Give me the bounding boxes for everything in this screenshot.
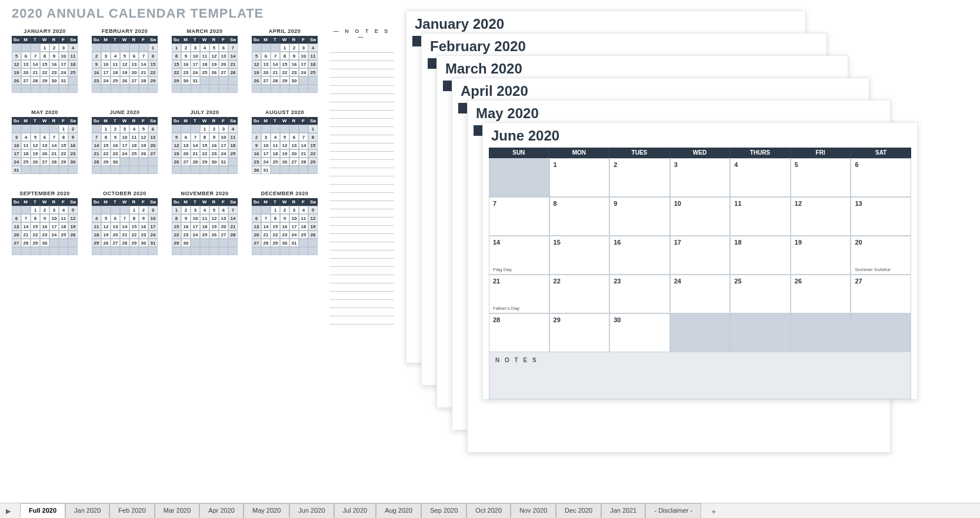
- notes-line[interactable]: [329, 94, 394, 102]
- notes-line[interactable]: [329, 193, 394, 201]
- calendar-cell[interactable]: 14Flag Day: [489, 236, 549, 275]
- notes-line[interactable]: [329, 78, 394, 86]
- notes-line[interactable]: [329, 143, 394, 152]
- mini-month-title: JUNE 2020: [92, 109, 158, 115]
- notes-line[interactable]: [329, 267, 394, 275]
- calendar-cell[interactable]: 11: [730, 197, 791, 236]
- notes-line[interactable]: [329, 201, 394, 209]
- notes-line[interactable]: [329, 292, 394, 300]
- calendar-cell[interactable]: 8: [549, 197, 610, 236]
- notes-line[interactable]: [329, 152, 394, 160]
- mini-month: OCTOBER 2020SuMTWRFSa1234567891011121314…: [92, 191, 158, 255]
- sheet-tab[interactable]: Full 2020: [20, 503, 65, 518]
- notes-line[interactable]: [329, 45, 394, 53]
- calendar-cell[interactable]: 19: [791, 236, 851, 275]
- sheet-tab[interactable]: Jul 2020: [334, 503, 376, 518]
- notes-line[interactable]: [329, 61, 394, 69]
- month-notes-box[interactable]: N O T E S: [489, 352, 911, 399]
- calendar-cell[interactable]: 18: [730, 236, 791, 275]
- calendar-cell[interactable]: 23: [609, 275, 670, 313]
- notes-line[interactable]: [329, 135, 394, 143]
- calendar-cell[interactable]: 24: [670, 275, 731, 313]
- sheet-tab[interactable]: Jan 2020: [65, 503, 109, 518]
- sheet-tab[interactable]: Oct 2020: [466, 503, 511, 518]
- sheet-tab[interactable]: Jun 2020: [289, 503, 334, 518]
- add-sheet-button[interactable]: +: [706, 505, 721, 518]
- sheet-tab[interactable]: Apr 2020: [199, 503, 244, 518]
- notes-line[interactable]: [329, 185, 394, 193]
- notes-line[interactable]: [329, 119, 394, 127]
- calendar-cell[interactable]: 20Summer Solstice: [851, 236, 911, 275]
- calendar-cell[interactable]: 28: [489, 313, 549, 352]
- calendar-cell[interactable]: 22: [549, 275, 610, 313]
- calendar-cell[interactable]: 16: [609, 236, 670, 275]
- sheet-tab[interactable]: Sep 2020: [421, 503, 466, 518]
- notes-line[interactable]: [329, 275, 394, 283]
- notes-line[interactable]: [329, 242, 394, 250]
- notes-line[interactable]: [329, 226, 394, 234]
- notes-line[interactable]: [329, 209, 394, 218]
- calendar-cell[interactable]: 30: [609, 313, 670, 352]
- notes-column: — N O T E S —: [329, 28, 394, 325]
- sheet-tab[interactable]: Feb 2020: [109, 503, 154, 518]
- calendar-cell[interactable]: [489, 158, 549, 197]
- notes-line[interactable]: [329, 259, 394, 267]
- tab-nav-arrow-icon[interactable]: ▶: [6, 507, 11, 515]
- calendar-cell[interactable]: 25: [730, 275, 791, 313]
- calendar-cell[interactable]: 12: [791, 197, 851, 236]
- calendar-cell[interactable]: 10: [670, 197, 731, 236]
- calendar-cell[interactable]: 2: [609, 158, 670, 197]
- calendar-event: Summer Solstice: [855, 267, 890, 272]
- calendar-cell[interactable]: 6: [851, 158, 911, 197]
- calendar-cell[interactable]: 5: [791, 158, 851, 197]
- month-preview-stack: January 2020SUNMONTUESWEDTHURSFRISATFebr…: [406, 11, 971, 493]
- calendar-cell[interactable]: [670, 313, 731, 352]
- sheet-tab[interactable]: Nov 2020: [511, 503, 556, 518]
- notes-line[interactable]: [329, 176, 394, 185]
- calendar-cell[interactable]: 1: [549, 158, 610, 197]
- calendar-cell[interactable]: 17: [670, 236, 731, 275]
- calendar-cell[interactable]: 26: [791, 275, 851, 313]
- notes-line[interactable]: [329, 160, 394, 168]
- mini-month: MAY 2020SuMTWRFSa12345678910111213141516…: [12, 109, 78, 174]
- notes-line[interactable]: [329, 234, 394, 242]
- calendar-cell[interactable]: 21Father's Day: [489, 275, 549, 313]
- notes-line[interactable]: [329, 86, 394, 94]
- sheet-tab[interactable]: - Disclaimer -: [645, 503, 701, 518]
- calendar-cell[interactable]: [791, 313, 851, 352]
- calendar-cell[interactable]: [730, 313, 791, 352]
- notes-line[interactable]: [329, 283, 394, 292]
- sheet-tab[interactable]: Aug 2020: [376, 503, 421, 518]
- mini-month: AUGUST 2020SuMTWRFSa12345678910111213141…: [252, 109, 318, 174]
- mini-month-title: JULY 2020: [172, 109, 238, 115]
- sheet-tab[interactable]: Dec 2020: [556, 503, 601, 518]
- mini-month-title: APRIL 2020: [252, 28, 318, 34]
- sheet-tab[interactable]: Mar 2020: [155, 503, 199, 518]
- notes-line[interactable]: [329, 218, 394, 226]
- calendar-cell[interactable]: 27: [851, 275, 911, 313]
- calendar-cell[interactable]: 9: [609, 197, 670, 236]
- mini-month-title: DECEMBER 2020: [252, 191, 318, 196]
- sheet-tab[interactable]: May 2020: [244, 503, 289, 518]
- mini-month-title: SEPTEMBER 2020: [12, 191, 78, 196]
- notes-line[interactable]: [329, 127, 394, 135]
- calendar-cell[interactable]: 29: [549, 313, 610, 352]
- mini-month: APRIL 2020SuMTWRFSa123456789101112131415…: [252, 28, 318, 93]
- notes-line[interactable]: [329, 300, 394, 308]
- calendar-cell[interactable]: 4: [730, 158, 791, 197]
- notes-line[interactable]: [329, 250, 394, 259]
- calendar-cell[interactable]: 13: [851, 197, 911, 236]
- calendar-cell[interactable]: 15: [549, 236, 610, 275]
- notes-line[interactable]: [329, 308, 394, 316]
- notes-line[interactable]: [329, 316, 394, 325]
- notes-line[interactable]: [329, 168, 394, 176]
- notes-line[interactable]: [329, 102, 394, 111]
- notes-line[interactable]: [329, 111, 394, 119]
- notes-line[interactable]: [329, 53, 394, 61]
- sheet-tab[interactable]: Jan 2021: [601, 503, 645, 518]
- calendar-cell[interactable]: 3: [670, 158, 731, 197]
- mini-month-title: MAY 2020: [12, 109, 78, 115]
- calendar-cell[interactable]: 7: [489, 197, 549, 236]
- calendar-cell[interactable]: [851, 313, 911, 352]
- notes-line[interactable]: [329, 69, 394, 78]
